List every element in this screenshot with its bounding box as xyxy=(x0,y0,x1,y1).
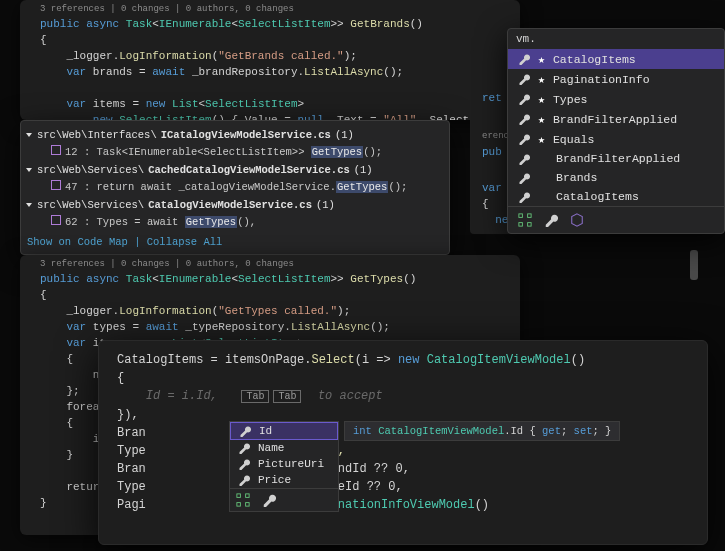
member-icon xyxy=(51,180,61,190)
top-code-editor[interactable]: 3 references | 0 changes | 0 authors, 0 … xyxy=(20,0,520,120)
intellisense-item[interactable]: Price xyxy=(230,472,338,488)
intellisense-item[interactable]: PictureUri xyxy=(230,456,338,472)
intellisense-item-label: BrandFilterApplied xyxy=(553,113,677,126)
wrench-icon xyxy=(518,172,530,184)
intellisense-item[interactable]: Id xyxy=(230,422,338,440)
tab-hint: Tab xyxy=(241,390,269,403)
intellisense-item-label: Id xyxy=(259,425,272,437)
svg-rect-3 xyxy=(528,223,532,227)
code-line[interactable]: Branlied = brandId ?? 0, xyxy=(117,460,689,478)
wrench-icon xyxy=(518,113,530,125)
collapse-all-link[interactable]: Collapse All xyxy=(147,236,223,248)
intellisense-item[interactable]: BrandFilterApplied xyxy=(508,149,724,168)
intellisense-item-label: PaginationInfo xyxy=(553,73,650,86)
scrollbar-thumb[interactable] xyxy=(690,250,698,280)
intellisense-item-label: Types xyxy=(553,93,588,106)
intellisense-item[interactable]: ★Equals xyxy=(508,129,724,149)
code-line[interactable] xyxy=(40,80,500,96)
member-icon xyxy=(51,215,61,225)
target-icon[interactable] xyxy=(518,213,532,227)
intellisense-popup[interactable]: vm. ★CatalogItems★PaginationInfo★Types★B… xyxy=(507,28,725,234)
intellisense-item[interactable]: Name xyxy=(230,440,338,456)
intellisense-small-popup[interactable]: IdNamePictureUriPrice xyxy=(229,421,339,512)
reference-detail[interactable]: 47 : return await _catalogViewModelServi… xyxy=(27,178,443,197)
star-icon: ★ xyxy=(538,112,545,126)
wrench-icon[interactable] xyxy=(262,493,276,507)
wrench-icon xyxy=(518,133,530,145)
wrench-icon xyxy=(518,153,530,165)
wrench-icon xyxy=(238,442,250,454)
target-icon[interactable] xyxy=(236,493,250,507)
member-icon xyxy=(51,145,61,155)
svg-rect-1 xyxy=(528,214,532,218)
svg-rect-4 xyxy=(237,494,241,498)
svg-rect-0 xyxy=(519,214,523,218)
svg-rect-2 xyxy=(519,223,523,227)
code-line[interactable]: _logger.LogInformation("GetBrands called… xyxy=(40,48,500,64)
lower-code-editor[interactable]: CatalogItems = itemsOnPage.Select(i => n… xyxy=(98,340,708,545)
code-line[interactable]: Pagi= new PaginationInfoViewModel() xyxy=(117,496,689,514)
intellisense-item-label: CatalogItems xyxy=(556,190,639,203)
expand-icon[interactable] xyxy=(26,168,32,172)
reference-file-row[interactable]: src\Web\Interfaces\ICatalogViewModelServ… xyxy=(27,127,443,143)
intellisense-item[interactable]: ★PaginationInfo xyxy=(508,69,724,89)
intellisense-item[interactable]: ★Types xyxy=(508,89,724,109)
reference-links: Show on Code Map | Collapse All xyxy=(27,232,443,248)
intellisense-item-label: Name xyxy=(258,442,284,454)
code-line[interactable]: { xyxy=(40,32,500,48)
codelens-bar[interactable]: 3 references | 0 changes | 0 authors, 0 … xyxy=(40,4,500,14)
reference-detail[interactable]: 62 : Types = await GetTypes(), xyxy=(27,213,443,232)
code-line[interactable]: TypeGetTypes(), xyxy=(117,442,689,460)
intellisense-item-label: BrandFilterApplied xyxy=(556,152,680,165)
wrench-icon xyxy=(518,53,530,65)
intellisense-filter-text: vm. xyxy=(508,29,724,49)
svg-rect-6 xyxy=(237,503,241,507)
codelens-bar[interactable]: 3 references | 0 changes | 0 authors, 0 … xyxy=(40,259,500,269)
code-line[interactable]: public async Task<IEnumerable<SelectList… xyxy=(40,271,500,287)
cube-icon[interactable] xyxy=(570,213,584,227)
code-line[interactable]: var items = new List<SelectListItem> xyxy=(40,96,500,112)
code-line[interactable]: public async Task<IEnumerable<SelectList… xyxy=(40,16,500,32)
references-popup[interactable]: src\Web\Interfaces\ICatalogViewModelServ… xyxy=(20,120,450,255)
star-icon: ★ xyxy=(538,52,545,66)
wrench-icon xyxy=(518,191,530,203)
code-line[interactable]: Id = i.Id, TabTab to accept xyxy=(117,387,689,406)
intellisense-item[interactable]: ★CatalogItems xyxy=(508,49,724,69)
wrench-icon xyxy=(518,73,530,85)
expand-icon[interactable] xyxy=(26,203,32,207)
code-line[interactable]: Typelied = typeId ?? 0, xyxy=(117,478,689,496)
wrench-icon xyxy=(238,458,250,470)
code-line[interactable]: _logger.LogInformation("GetTypes called.… xyxy=(40,303,500,319)
tab-hint: Tab xyxy=(273,390,301,403)
code-line[interactable]: { xyxy=(40,287,500,303)
intellisense-item[interactable]: ★BrandFilterApplied xyxy=(508,109,724,129)
star-icon: ★ xyxy=(538,92,545,106)
code-line[interactable]: var types = await _typeRepository.ListAl… xyxy=(40,319,500,335)
reference-detail[interactable]: 12 : Task<IEnumerable<SelectListItem>> G… xyxy=(27,143,443,162)
intellisense-item-label: PictureUri xyxy=(258,458,324,470)
show-code-map-link[interactable]: Show on Code Map xyxy=(27,236,128,248)
svg-rect-7 xyxy=(246,503,250,507)
code-line[interactable]: { xyxy=(117,369,689,387)
reference-file-row[interactable]: src\Web\Services\CachedCatalogViewModelS… xyxy=(27,162,443,178)
wrench-icon xyxy=(518,93,530,105)
code-line[interactable]: CatalogItems = itemsOnPage.Select(i => n… xyxy=(117,351,689,369)
intellisense-item-label: Price xyxy=(258,474,291,486)
wrench-icon xyxy=(239,425,251,437)
wrench-icon[interactable] xyxy=(544,213,558,227)
code-line[interactable]: var brands = await _brandRepository.List… xyxy=(40,64,500,80)
expand-icon[interactable] xyxy=(26,133,32,137)
intellisense-item[interactable]: CatalogItems xyxy=(508,187,724,206)
intellisense-footer xyxy=(508,206,724,233)
star-icon: ★ xyxy=(538,72,545,86)
svg-rect-5 xyxy=(246,494,250,498)
intellisense-item-label: CatalogItems xyxy=(553,53,636,66)
code-line[interactable]: new SelectListItem() { Value = null, Tex… xyxy=(40,112,500,120)
star-icon: ★ xyxy=(538,132,545,146)
intellisense-item-label: Equals xyxy=(553,133,594,146)
intellisense-item[interactable]: Brands xyxy=(508,168,724,187)
member-tooltip: int CatalogItemViewModel.Id { get; set; … xyxy=(344,421,620,441)
reference-file-row[interactable]: src\Web\Services\CatalogViewModelService… xyxy=(27,197,443,213)
wrench-icon xyxy=(238,474,250,486)
intellisense-item-label: Brands xyxy=(556,171,597,184)
